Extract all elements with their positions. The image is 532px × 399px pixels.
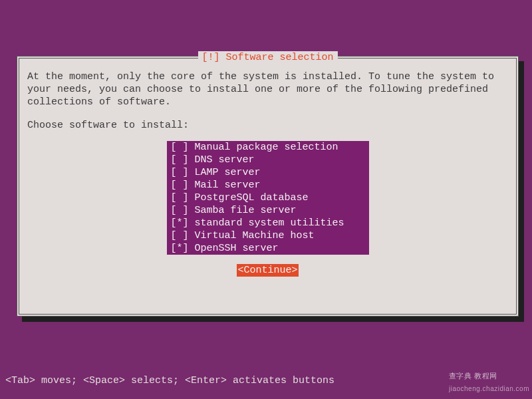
dialog-prompt: Choose software to install: — [27, 119, 516, 132]
watermark-primary: 查字典 教程网 — [449, 372, 497, 380]
watermark: 查字典 教程网 jiaocheng.chazidian.com — [449, 370, 529, 395]
software-option[interactable]: [*] standard system utilities — [167, 217, 369, 229]
continue-button[interactable]: <Continue> — [237, 264, 298, 277]
watermark-secondary: jiaocheng.chazidian.com — [449, 382, 529, 395]
software-selection-dialog: [!] Software selection At the moment, on… — [17, 56, 519, 317]
software-option[interactable]: [ ] LAMP server — [167, 166, 369, 179]
help-line: <Tab> moves; <Space> selects; <Enter> ac… — [5, 374, 334, 387]
software-option-list: [ ] Manual package selection[ ] DNS serv… — [167, 141, 369, 255]
software-option[interactable]: [ ] Samba file server — [167, 204, 369, 217]
dialog-description: At the moment, only the core of the syst… — [27, 70, 508, 108]
software-option[interactable]: [*] OpenSSH server — [167, 242, 369, 255]
button-row: <Continue> — [19, 264, 516, 277]
software-option[interactable]: [ ] Manual package selection — [167, 141, 369, 154]
software-option[interactable]: [ ] PostgreSQL database — [167, 192, 369, 204]
software-option[interactable]: [ ] DNS server — [167, 154, 369, 166]
dialog-title: [!] Software selection — [198, 51, 337, 64]
software-option[interactable]: [ ] Mail server — [167, 179, 369, 192]
software-option[interactable]: [ ] Virtual Machine host — [167, 229, 369, 242]
